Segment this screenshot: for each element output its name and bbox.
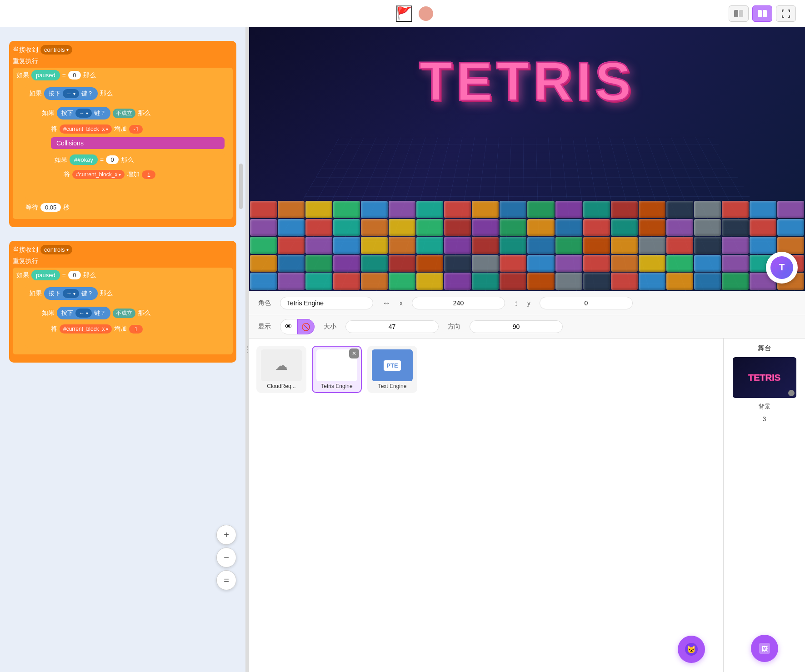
tetris-title: TETRIS [419,50,635,113]
fullscreen-button[interactable] [776,5,796,22]
paused-condition-2[interactable]: paused [31,270,60,280]
repeat-block-2[interactable]: 重复执行 [13,256,233,267]
repeat-block-1[interactable]: 重复执行 [13,56,233,67]
bottom-section: ☁ CloudReq... ✕ Tetris Engine [249,338,805,672]
hide-visible-button[interactable]: 🚫 [297,319,315,334]
hat-dropdown-2[interactable]: controls ▾ [40,245,72,254]
value-0-3: 0 [68,271,81,279]
role-label: 角色 [258,299,271,307]
direction-input[interactable] [470,320,563,333]
topbar: 🚩 [0,0,805,27]
stage-thumbnail[interactable]: TETRIS [733,357,796,398]
right-key-condition[interactable]: 按下 → ▾ 键？ [57,107,110,119]
hat-label-1: 当接收到 [13,46,38,54]
if-paused-block: 如果 paused = 0 那么 如果 按下 [13,68,233,219]
bg-label: 背景 [759,403,770,411]
sprite-info-bar: 角色 ↔ x ↕ y [249,291,805,315]
script-block-2: 当接收到 controls ▾ 重复执行 如果 paused = 0 那么 [9,241,236,363]
arrows-icon: ↔ [382,299,390,308]
sprite-delete-button[interactable]: ✕ [349,348,359,358]
if-paused-block-2: 如果 paused = 0 那么 如果 按下 → ▾ 键？ [13,268,233,354]
updown-icon: ↕ [514,299,518,308]
topbar-right [729,5,796,22]
set-x-plus1[interactable]: 将 #current_block_x ▾ 增加 1 [64,169,222,180]
value-plus1-2: 1 [129,325,143,334]
show-label: 显示 [258,323,271,331]
paused-condition[interactable]: paused [31,70,60,80]
green-flag-button[interactable]: 🚩 [396,5,412,22]
sprites-grid: ☁ CloudReq... ✕ Tetris Engine [256,346,716,393]
sprite-thumb-cloud: ☁ [261,349,302,381]
hat-label-2: 当接收到 [13,246,38,254]
svg-text:T: T [779,262,785,272]
var-current-block-x-1[interactable]: #current_block_x ▾ [60,124,112,134]
set-x-minus1[interactable]: 将 #current_block_x ▾ 增加 -1 [51,123,225,135]
stage-sidebar-title: 舞台 [758,344,771,353]
left-key-condition-2[interactable]: 按下 ← ▾ 键？ [57,307,110,319]
sprite-thumb-text: PTE [372,349,413,381]
value-minus1: -1 [129,125,143,134]
x-label: x [400,299,403,307]
not-label: 不成立 [113,109,135,118]
scroll-indicator [239,164,243,209]
stage-area: TETRIS T [249,27,805,291]
if-not-left-key-block-2: 如果 按下 ← ▾ 键？ 不成立 那么 [38,304,227,341]
sprite-card-text[interactable]: PTE Text Engine [367,346,417,393]
zoom-out-button[interactable]: − [216,548,236,567]
right-panel: TETRIS T 角色 ↔ x [249,27,805,672]
add-backdrop-fab[interactable]: 🖼 [751,635,778,662]
sprite-card-cloud[interactable]: ☁ CloudReq... [256,346,306,393]
stage-logo: T [766,252,798,284]
x-input[interactable] [412,297,505,309]
topbar-center: 🚩 [396,5,433,22]
var-current-block-x-3[interactable]: #current_block_x ▾ [60,324,112,334]
code-only-view-button[interactable] [729,5,749,22]
wait-block[interactable]: 等待 0.05 秒 [25,202,230,213]
show-visible-button[interactable]: 👁 [280,319,297,334]
sprite-name-input[interactable] [280,297,373,309]
svg-text:🖼: 🖼 [761,645,768,652]
sprite-name-text: Text Engine [378,383,407,389]
split-view-button[interactable] [752,5,772,22]
bg-count: 3 [763,415,766,423]
svg-rect-0 [734,10,738,17]
svg-rect-2 [758,10,762,17]
stop-button[interactable] [419,6,433,21]
tetris-blocks-decoration [249,200,805,291]
y-input[interactable] [540,297,633,309]
value-plus1: 1 [142,170,155,179]
stage-thumb-dot [788,390,795,396]
set-x-plus1-2[interactable]: 将 #current_block_x ▾ 增加 1 [51,323,225,335]
code-panel[interactable]: 当接收到 controls ▾ 重复执行 如果 paused = 0 [0,27,245,672]
sprite-name-tetris: Tetris Engine [321,383,352,389]
hat-block-1[interactable]: 当接收到 controls ▾ [13,44,233,56]
not-label-2: 不成立 [113,309,135,318]
right-key-condition-2[interactable]: 按下 → ▾ 键？ [44,287,98,300]
okay-condition[interactable]: ##okay [70,154,98,165]
wait-value: 0.05 [40,203,61,212]
svg-rect-3 [763,10,767,17]
stage-thumb-title: TETRIS [748,373,780,383]
value-0-1: 0 [68,71,81,80]
svg-text:🐱: 🐱 [687,645,696,654]
if-okay-block: 如果 ##okay = 0 那么 将 [51,152,225,186]
zoom-reset-button[interactable]: = [216,570,236,590]
left-key-condition[interactable]: 按下 ← ▾ 键？ [44,87,98,100]
sprite-name-cloud: CloudReq... [267,383,295,389]
sprites-panel: ☁ CloudReq... ✕ Tetris Engine [249,338,723,672]
panel-divider[interactable] [245,27,249,672]
y-label: y [527,299,530,307]
hat-block-2[interactable]: 当接收到 controls ▾ [13,244,233,256]
var-current-block-x-2[interactable]: #current_block_x ▾ [72,170,125,179]
stage-sidebar: 舞台 TETRIS 背景 3 🖼 [723,338,805,672]
sprite-info-bar-2: 显示 👁 🚫 大小 方向 [249,315,805,338]
hat-dropdown-1[interactable]: controls ▾ [40,45,72,55]
right-stage-area: ☁ CloudReq... ✕ Tetris Engine [249,338,723,672]
add-sprite-fab[interactable]: 🐱 [678,636,705,663]
script-block-1: 当接收到 controls ▾ 重复执行 如果 paused = 0 [9,41,236,227]
sprite-card-tetris[interactable]: ✕ Tetris Engine [312,346,362,393]
size-input[interactable] [345,320,439,333]
zoom-in-button[interactable]: + [216,525,236,545]
collisions-block-1[interactable]: Collisions [51,137,225,149]
if-left-key-block: 如果 按下 ← ▾ 键？ 那么 [25,85,230,200]
